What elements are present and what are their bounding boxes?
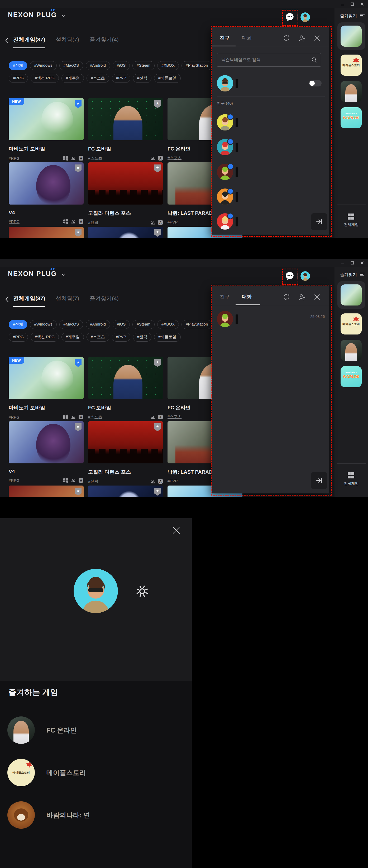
filter-chip[interactable]: #iOS <box>113 320 130 329</box>
filter-chip[interactable]: #액션 RPG <box>31 333 59 342</box>
new-chat-icon[interactable] <box>283 34 290 42</box>
friend-search-input[interactable]: 넥슨닉네임으로 검색 <box>217 53 321 67</box>
chat-list-item[interactable] <box>217 311 233 327</box>
game-cover-mabinogi[interactable]: NEW ★ <box>9 357 84 399</box>
favorite-star-badge[interactable]: ★ <box>75 164 82 173</box>
nav-tab-1[interactable]: 설치됨(7) <box>56 36 79 48</box>
game-card[interactable]: ★ 고질라 디펜스 포스 #전략 A <box>88 162 163 225</box>
close-button[interactable] <box>360 261 364 265</box>
online-status-toggle[interactable] <box>309 80 321 87</box>
back-icon[interactable] <box>4 37 10 44</box>
close-button[interactable] <box>360 2 364 6</box>
favorite-star-badge[interactable]: ★ <box>75 100 82 108</box>
user-avatar[interactable] <box>301 271 310 281</box>
sidebar-game-shortcut[interactable] <box>341 340 362 361</box>
game-cover-v4[interactable]: ★ <box>9 162 84 205</box>
friend-list-item[interactable] <box>217 164 233 180</box>
tab-friends[interactable]: 친구 <box>220 34 230 41</box>
game-card[interactable]: ★ <box>88 227 163 238</box>
menu-icon[interactable] <box>360 14 365 18</box>
filter-chip[interactable]: #액션 RPG <box>31 74 59 83</box>
nav-tab-2[interactable]: 즐겨찾기(4) <box>90 36 119 48</box>
favorite-game-item[interactable]: 바람의나라: 연 <box>7 801 90 829</box>
nav-tab-1[interactable]: 설치됨(7) <box>56 295 79 307</box>
nexon-plug-logo[interactable]: NEXON PLUG <box>8 270 57 278</box>
game-card[interactable]: ★ V4 #RPG A <box>9 162 84 225</box>
sidebar-game-shortcut[interactable] <box>341 284 362 306</box>
favorite-star-badge[interactable]: ★ <box>75 229 82 237</box>
filter-chip[interactable]: #전략 <box>133 333 151 342</box>
collapse-panel-button[interactable] <box>311 213 328 230</box>
filter-chip[interactable]: #스포츠 <box>87 333 109 342</box>
favorite-star-badge[interactable]: ★ <box>75 359 82 367</box>
friend-list-item[interactable] <box>217 114 233 130</box>
new-chat-icon[interactable] <box>283 293 290 301</box>
game-tag[interactable]: #RPG <box>9 415 20 420</box>
game-card[interactable]: ★ V4 #RPG A <box>9 421 84 484</box>
sidebar-game-shortcut[interactable] <box>341 26 362 46</box>
filter-chip[interactable]: #RPG <box>9 74 28 83</box>
my-profile-avatar[interactable] <box>217 75 233 91</box>
friends-chat-button[interactable] <box>285 271 294 281</box>
filter-chip[interactable]: #Android <box>86 61 110 70</box>
sidebar-game-shortcut[interactable]: 메이플스토리 <box>341 55 362 76</box>
all-games-grid-icon[interactable] <box>348 214 355 220</box>
chevron-down-icon[interactable] <box>61 14 65 18</box>
game-tag[interactable]: #PVP <box>168 220 177 224</box>
all-games-label[interactable]: 전체게임 <box>335 481 368 486</box>
nav-tab-0[interactable]: 전체게임(37) <box>13 36 45 48</box>
game-cover-row3a[interactable]: ★ <box>9 486 84 497</box>
filter-chip[interactable]: #MacOS <box>59 61 83 70</box>
game-tag[interactable]: #RPG <box>9 156 20 160</box>
maximize-button[interactable] <box>350 2 354 6</box>
filter-chip[interactable]: #캐주얼 <box>61 74 84 83</box>
favorite-star-badge[interactable]: ★ <box>75 488 82 496</box>
filter-chip[interactable]: #Windows <box>30 320 56 329</box>
profile-avatar[interactable] <box>74 569 118 613</box>
filter-chip[interactable]: #배틀로얄 <box>154 74 180 83</box>
favorite-game-item[interactable]: FC 온라인 <box>7 716 77 744</box>
filter-chip[interactable]: #전체 <box>9 61 27 70</box>
favorite-game-item[interactable]: 메이플스토리 메이플스토리 <box>7 759 86 786</box>
add-friend-icon[interactable] <box>298 34 306 42</box>
tab-chats[interactable]: 대화 <box>242 34 252 41</box>
game-tag[interactable]: #스포츠 <box>88 156 102 161</box>
all-games-grid-icon[interactable] <box>348 472 355 479</box>
game-cover-godzilla[interactable]: ★ <box>88 421 163 463</box>
user-avatar[interactable] <box>301 12 310 22</box>
filter-chip[interactable]: #Android <box>86 320 110 329</box>
game-card[interactable]: ★ FC 모바일 #스포츠 A <box>88 357 163 420</box>
favorite-star-badge[interactable]: ★ <box>154 164 161 173</box>
chevron-down-icon[interactable] <box>61 273 65 277</box>
minimize-button[interactable] <box>341 261 344 265</box>
filter-chip[interactable]: #배틀로얄 <box>154 333 180 342</box>
sidebar-game-shortcut[interactable]: maplestoryWORLDS <box>341 107 362 128</box>
menu-icon[interactable] <box>360 273 365 277</box>
filter-chip[interactable]: #캐주얼 <box>61 333 84 342</box>
filter-chip[interactable]: #PlayStation <box>181 61 212 70</box>
game-tag[interactable]: #스포츠 <box>168 414 181 420</box>
game-tag[interactable]: #RPG <box>9 219 20 224</box>
close-icon[interactable] <box>313 293 321 301</box>
game-card[interactable]: ★ FC 모바일 #스포츠 A <box>88 98 163 161</box>
sidebar-game-shortcut[interactable]: 메이플스토리 <box>341 313 362 335</box>
maximize-button[interactable] <box>350 261 354 265</box>
game-tag[interactable]: #스포츠 <box>168 156 181 160</box>
favorite-star-badge[interactable]: ★ <box>154 359 161 367</box>
favorite-star-badge[interactable]: ★ <box>154 423 161 431</box>
filter-chip[interactable]: #PVP <box>112 333 130 342</box>
nexon-plug-logo[interactable]: NEXON PLUG <box>8 11 57 19</box>
game-tag[interactable]: #RPG <box>9 478 20 483</box>
gear-icon[interactable] <box>135 584 150 599</box>
sidebar-game-shortcut[interactable] <box>341 81 362 102</box>
favorite-star-badge[interactable]: ★ <box>154 488 161 496</box>
filter-chip[interactable]: #iOS <box>113 61 130 70</box>
filter-chip[interactable]: #전략 <box>133 74 151 83</box>
all-games-label[interactable]: 전체게임 <box>335 222 368 227</box>
collapse-panel-button[interactable] <box>311 472 328 489</box>
game-cover-fcmobile[interactable]: ★ <box>88 98 163 140</box>
game-card[interactable]: NEW ★ 마비노기 모바일 #RPG A <box>9 98 84 161</box>
filter-chip[interactable]: #PlayStation <box>181 320 212 329</box>
game-cover-row3a[interactable]: ★ <box>9 227 84 238</box>
nav-tab-0[interactable]: 전체게임(37) <box>13 295 45 307</box>
